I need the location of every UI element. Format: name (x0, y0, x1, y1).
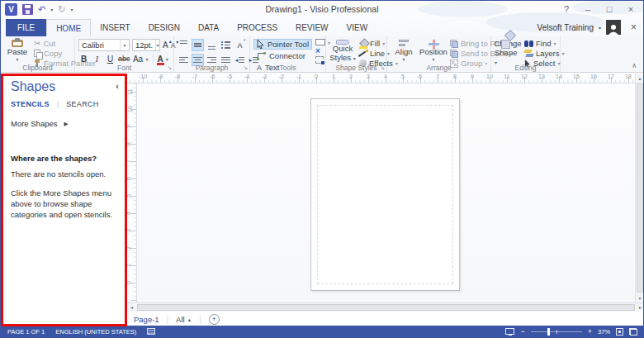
text-direction-button[interactable]: A (234, 39, 246, 51)
font-color-button[interactable]: A (158, 55, 163, 64)
align-top-button[interactable] (178, 39, 190, 51)
bullets-button[interactable] (220, 39, 232, 51)
underline-button[interactable]: U (105, 53, 116, 64)
layers-dropdown-icon: ▾ (562, 50, 565, 56)
visio-app-icon[interactable]: V (5, 3, 17, 16)
tab-stencils[interactable]: STENCILS (11, 100, 50, 108)
position-button[interactable]: Position ▾ (420, 39, 447, 63)
horizontal-scroll-thumb[interactable] (137, 304, 635, 311)
connector-tool-button[interactable]: Connector (253, 50, 312, 61)
drawing-canvas[interactable] (137, 83, 635, 302)
rectangle-icon (315, 39, 325, 45)
zoom-level[interactable]: 37% (598, 328, 610, 336)
bold-button[interactable]: B (78, 53, 89, 64)
font-family-select[interactable]: Calibri ▾ (78, 39, 130, 51)
arrange-group-label: Arrange (387, 64, 490, 72)
tab-home[interactable]: HOME (46, 19, 91, 36)
macro-recorder-icon[interactable] (147, 328, 155, 335)
find-button[interactable]: Find ▾ (524, 39, 565, 48)
avatar[interactable] (606, 20, 621, 35)
zoom-slider-thumb[interactable] (547, 328, 550, 336)
italic-button[interactable]: I (92, 53, 102, 64)
shapes-panel: Shapes ‹ STENCILS | SEARCH More Shapes ▶… (1, 74, 127, 326)
align-dropdown-icon: ▾ (402, 57, 405, 63)
customize-qat-button[interactable]: ▾ (70, 7, 73, 12)
text-block-icon (315, 56, 324, 64)
find-dropdown-icon: ▾ (553, 40, 556, 46)
tab-insert[interactable]: INSERT (91, 19, 140, 36)
paragraph-dialog-launcher-icon[interactable]: ↘ (243, 64, 248, 71)
vertical-ruler: 11109876543210 (127, 83, 137, 302)
shapes-hint-text: Click the More Shapes menu above to brow… (11, 188, 120, 220)
collapse-panel-icon[interactable]: ‹ (116, 81, 119, 91)
close-document-icon[interactable]: × (631, 21, 637, 33)
change-case-button[interactable]: Aa (133, 53, 144, 64)
ribbon: Paste ▾ ✂ Cut Copy Format Painter Clipbo… (1, 36, 643, 73)
scroll-left-icon[interactable]: ◄ (127, 303, 136, 312)
drawing-page[interactable] (310, 98, 460, 291)
all-pages-button[interactable]: All ▲ (176, 315, 192, 324)
scroll-up-icon[interactable]: ▲ (636, 74, 644, 83)
zoom-in-button[interactable]: + (588, 328, 592, 336)
redo-button[interactable]: ↻ (58, 5, 65, 14)
scroll-down-icon[interactable]: ▼ (636, 293, 644, 302)
change-case-dropdown-icon[interactable]: ▾ (146, 56, 149, 62)
account-area: Velsoft Training ▾ × (537, 19, 637, 36)
cut-icon: ✂ (34, 39, 40, 48)
pointer-tool-button[interactable]: Pointer Tool (253, 39, 312, 50)
grow-font-button[interactable]: A▴ (163, 40, 168, 50)
page-tab-page1[interactable]: Page-1 (134, 315, 159, 324)
quick-styles-button[interactable]: Quick Styles ▾ (329, 39, 356, 63)
font-size-select[interactable]: 12pt. ▾ (132, 39, 160, 51)
vertical-scroll-thumb[interactable] (637, 83, 643, 293)
maximize-button[interactable]: □ (599, 1, 620, 17)
account-name[interactable]: Velsoft Training (537, 23, 594, 32)
line-icon (359, 50, 367, 58)
font-color-dropdown-icon[interactable]: ▾ (166, 56, 168, 62)
account-dropdown-icon[interactable]: ▾ (599, 25, 601, 31)
strikethrough-button[interactable]: abc (118, 53, 130, 64)
shape-styles-dialog-launcher-icon[interactable]: ↘ (380, 64, 385, 71)
align-middle-button[interactable] (192, 39, 204, 51)
undo-dropdown-icon[interactable]: ▾ (50, 7, 53, 12)
tab-process[interactable]: PROCESS (228, 19, 286, 36)
scroll-right-icon[interactable]: ► (636, 303, 644, 312)
presentation-mode-icon[interactable] (505, 328, 514, 335)
clipboard-group-label: Clipboard (1, 64, 74, 72)
horizontal-scrollbar[interactable]: ◄ ► (127, 302, 644, 312)
tab-review[interactable]: REVIEW (286, 19, 337, 36)
font-family-dropdown-icon: ▾ (120, 40, 129, 50)
undo-button[interactable]: ↶ (38, 5, 45, 14)
paste-button[interactable]: Paste ▾ (4, 39, 31, 63)
align-bottom-button[interactable] (206, 39, 218, 51)
minimize-button[interactable]: – (577, 1, 599, 17)
fit-page-icon[interactable] (616, 328, 623, 336)
close-button[interactable]: × (620, 1, 642, 17)
tab-search[interactable]: SEARCH (66, 100, 98, 108)
zoom-out-button[interactable]: − (520, 328, 524, 336)
change-shape-button[interactable]: Change Shape ▾ (495, 39, 521, 63)
help-button[interactable]: ? (556, 1, 577, 17)
layers-button[interactable]: Layers ▾ (524, 49, 565, 58)
tab-file[interactable]: FILE (6, 19, 46, 36)
tab-data[interactable]: DATA (189, 19, 228, 36)
save-button[interactable] (22, 4, 33, 15)
zoom-slider[interactable] (531, 331, 582, 332)
connection-point-icon: × (315, 46, 320, 55)
switch-windows-icon[interactable] (629, 328, 637, 336)
page-count-status[interactable]: PAGE 1 OF 1 (7, 328, 45, 336)
tab-view[interactable]: VIEW (338, 19, 377, 36)
paragraph-group-label: Paragraph (174, 64, 249, 72)
paste-label: Paste (7, 48, 27, 57)
collapse-ribbon-button[interactable]: ∧ (632, 62, 637, 69)
font-dialog-launcher-icon[interactable]: ↘ (167, 64, 172, 71)
insert-page-button[interactable]: + (209, 314, 220, 325)
position-dropdown-icon: ▾ (432, 57, 434, 63)
paste-clipboard-icon (12, 40, 23, 47)
vertical-scrollbar[interactable]: ▲ ▼ (635, 74, 644, 302)
language-status[interactable]: ENGLISH (UNITED STATES) (55, 328, 136, 336)
tab-design[interactable]: DESIGN (140, 19, 189, 36)
editing-group: Change Shape ▾ Find ▾ Layers ▾ Select ▾ (491, 36, 561, 72)
more-shapes-menu[interactable]: More Shapes ▶ (11, 119, 69, 128)
align-button[interactable]: Align ▾ (391, 39, 417, 63)
